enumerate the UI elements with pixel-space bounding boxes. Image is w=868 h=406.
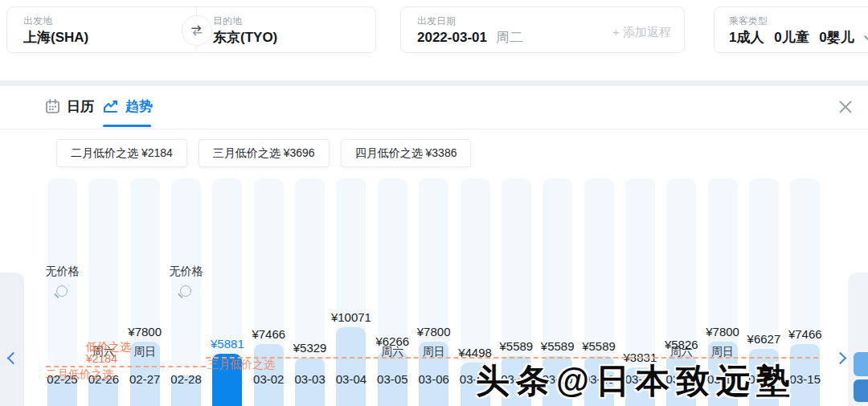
no-price-label: 无价格	[41, 265, 84, 279]
add-return-button[interactable]: + 添加返程	[612, 25, 671, 40]
route-card: 出发地 上海(SHA) 目的地 东京(TYO)	[6, 6, 376, 53]
bar-track	[88, 178, 118, 366]
price-label: ¥5881	[211, 337, 244, 351]
no-price-label: 无价格	[165, 265, 207, 279]
date-card[interactable]: 出发日期 2022-03-01 周二 + 添加返程	[400, 6, 685, 53]
price-label: ¥7800	[128, 325, 162, 338]
chart-column-02-27[interactable]: ¥7800周日02-27	[130, 178, 160, 396]
chart-column-03-05[interactable]: ¥6266周六03-05	[378, 178, 407, 396]
section-divider	[0, 80, 868, 86]
flight-price-trend-page: 出发地 上海(SHA) 目的地 东京(TYO) 出发日期 2022-03-01 …	[0, 0, 868, 406]
swap-route-button[interactable]	[182, 15, 212, 46]
chevron-right-icon[interactable]	[834, 352, 847, 365]
date-weekday: 周二	[496, 30, 523, 45]
price-label: ¥5826	[665, 338, 698, 351]
origin-field[interactable]: 出发地 上海(SHA)	[23, 14, 88, 48]
bar-track	[584, 178, 614, 366]
passenger-label: 乘客类型	[729, 14, 868, 27]
price-label: ¥10071	[331, 310, 371, 324]
price-bar[interactable]	[336, 327, 366, 406]
destination-label: 目的地	[213, 14, 277, 27]
bar-track	[542, 178, 572, 366]
price-label: ¥7466	[252, 327, 285, 341]
partial-column-left	[0, 273, 24, 406]
bar-track	[295, 178, 325, 366]
search-icon[interactable]	[56, 285, 68, 297]
chart-column-03-06[interactable]: ¥7800周日03-06	[419, 178, 448, 396]
swap-arrows-icon	[190, 25, 204, 36]
weekday-label: 周日	[130, 345, 160, 359]
price-label: ¥5329	[293, 341, 327, 355]
date-value[interactable]: 2022-03-01 周二	[417, 27, 523, 48]
destination-value[interactable]: 东京(TYO)	[213, 27, 277, 48]
chart-column-02-28[interactable]: 无价格02-28	[171, 178, 201, 396]
price-label: ¥6266	[375, 334, 409, 348]
bar-track	[461, 178, 490, 366]
destination-field[interactable]: 目的地 东京(TYO)	[213, 14, 277, 48]
watermark: 头条@日本致远塾	[476, 359, 796, 404]
feb-line-label: 二月低价之选	[46, 367, 113, 382]
passenger-value[interactable]: 1成人 0儿童 0婴儿	[729, 27, 854, 48]
floating-side-button-bottom[interactable]	[854, 379, 868, 402]
chart-column-03-03[interactable]: ¥532903-03	[295, 178, 325, 396]
feb-pick-annotation: 低价之选 ¥2184	[86, 341, 131, 365]
price-label: ¥5589	[499, 339, 533, 353]
chart-column-03-04[interactable]: ¥1007103-04	[336, 178, 366, 396]
search-icon[interactable]	[180, 285, 191, 297]
origin-label: 出发地	[23, 14, 88, 27]
floating-side-button-top[interactable]	[854, 352, 868, 376]
passenger-card[interactable]: 乘客类型 1成人 0儿童 0婴儿	[714, 6, 868, 53]
origin-value[interactable]: 上海(SHA)	[23, 27, 88, 48]
price-label: ¥5589	[582, 339, 616, 353]
price-label: ¥7800	[417, 325, 451, 338]
price-label: ¥7466	[788, 327, 822, 341]
price-label: ¥6627	[747, 332, 781, 346]
chart-column-02-25[interactable]: 无价格02-25	[47, 178, 77, 396]
price-label: ¥5589	[541, 339, 575, 353]
mar-line-label: 三月低价之选	[207, 358, 275, 372]
chevron-down-icon[interactable]	[864, 31, 868, 42]
bar-track	[502, 178, 531, 366]
date-label: 出发日期	[417, 14, 523, 27]
price-label: ¥7800	[706, 325, 739, 338]
bar-track	[625, 178, 655, 366]
